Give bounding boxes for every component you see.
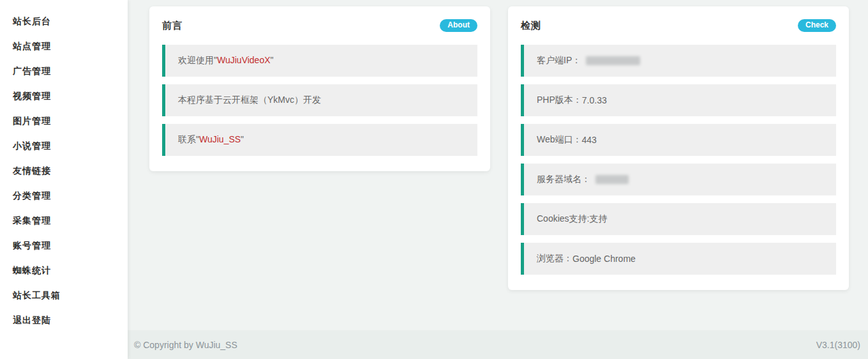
sidebar-item-friend-links[interactable]: 友情链接 <box>0 158 128 183</box>
check-item-value: 7.0.33 <box>582 95 607 105</box>
sidebar-item-spider-stats[interactable]: 蜘蛛统计 <box>0 258 128 283</box>
check-item-client-ip: 客户端IP： <box>521 45 836 77</box>
redacted-ip-value <box>586 56 640 65</box>
about-item-text: 本程序基于云开框架（YkMvc）开发 <box>178 95 321 106</box>
check-item-server-domain: 服务器域名： <box>521 164 836 195</box>
sidebar-item-logout[interactable]: 退出登陆 <box>0 308 128 333</box>
sidebar-item-webmaster-toolbox[interactable]: 站长工具箱 <box>0 283 128 308</box>
main-area: 前言 About 欢迎使用"WuJiuVideoX" 本程序基于云开框架（YkM… <box>128 0 868 359</box>
check-item-label: 服务器域名： <box>537 174 590 185</box>
version-text: V3.1(3100) <box>816 340 860 350</box>
about-card-header: 前言 About <box>162 19 477 32</box>
sidebar-item-collect-manage[interactable]: 采集管理 <box>0 208 128 233</box>
sidebar-item-novel-manage[interactable]: 小说管理 <box>0 134 128 158</box>
about-item-text: 欢迎使用"WuJiuVideoX" <box>178 55 274 66</box>
check-card: 检测 Check 客户端IP： PHP版本：7.0.33 Web端口：443 服… <box>508 6 849 290</box>
content-area: 前言 About 欢迎使用"WuJiuVideoX" 本程序基于云开框架（YkM… <box>128 0 868 330</box>
sidebar-nav: 站长后台 站点管理 广告管理 视频管理 图片管理 小说管理 友情链接 分类管理 … <box>0 0 128 359</box>
sidebar-item-site-manage[interactable]: 站点管理 <box>0 34 128 59</box>
check-item-value: Google Chrome <box>572 254 636 264</box>
about-item-text: 联系"WuJiu_SS" <box>178 134 244 146</box>
check-item-value: 支持 <box>589 213 607 225</box>
check-item-label: Web端口： <box>537 134 582 146</box>
about-badge: About <box>440 19 477 32</box>
check-item-value: 443 <box>582 135 597 145</box>
app-window: 站长后台 站点管理 广告管理 视频管理 图片管理 小说管理 友情链接 分类管理 … <box>0 0 868 359</box>
highlight-product-name: WuJiuVideoX <box>217 55 271 65</box>
sidebar-item-image-manage[interactable]: 图片管理 <box>0 109 128 134</box>
about-item-contact: 联系"WuJiu_SS" <box>162 124 477 156</box>
about-card-title: 前言 <box>162 20 183 32</box>
copyright-text: © Copyright by WuJiu_SS <box>134 340 237 350</box>
redacted-domain-value <box>595 175 629 184</box>
check-card-header: 检测 Check <box>521 19 836 32</box>
check-badge: Check <box>798 19 836 32</box>
sidebar-item-ad-manage[interactable]: 广告管理 <box>0 59 128 84</box>
check-item-label: 客户端IP： <box>537 55 581 66</box>
check-item-label: PHP版本： <box>537 95 582 106</box>
footer: © Copyright by WuJiu_SS V3.1(3100) <box>128 330 868 359</box>
sidebar-item-account-manage[interactable]: 账号管理 <box>0 233 128 258</box>
check-item-label: Cookies支持: <box>537 213 589 225</box>
check-item-cookies-support: Cookies支持: 支持 <box>521 203 836 235</box>
check-item-web-port: Web端口：443 <box>521 124 836 156</box>
sidebar-item-category-manage[interactable]: 分类管理 <box>0 183 128 208</box>
check-item-php-version: PHP版本：7.0.33 <box>521 84 836 116</box>
about-card: 前言 About 欢迎使用"WuJiuVideoX" 本程序基于云开框架（YkM… <box>149 6 490 171</box>
highlight-author-name: WuJiu_SS <box>199 134 241 144</box>
check-card-title: 检测 <box>521 20 541 32</box>
about-item-framework: 本程序基于云开框架（YkMvc）开发 <box>162 84 477 116</box>
sidebar-item-video-manage[interactable]: 视频管理 <box>0 84 128 109</box>
check-item-label: 浏览器： <box>537 253 572 264</box>
about-item-welcome: 欢迎使用"WuJiuVideoX" <box>162 45 477 77</box>
sidebar-item-admin-home[interactable]: 站长后台 <box>0 9 128 34</box>
check-item-browser: 浏览器：Google Chrome <box>521 243 836 275</box>
